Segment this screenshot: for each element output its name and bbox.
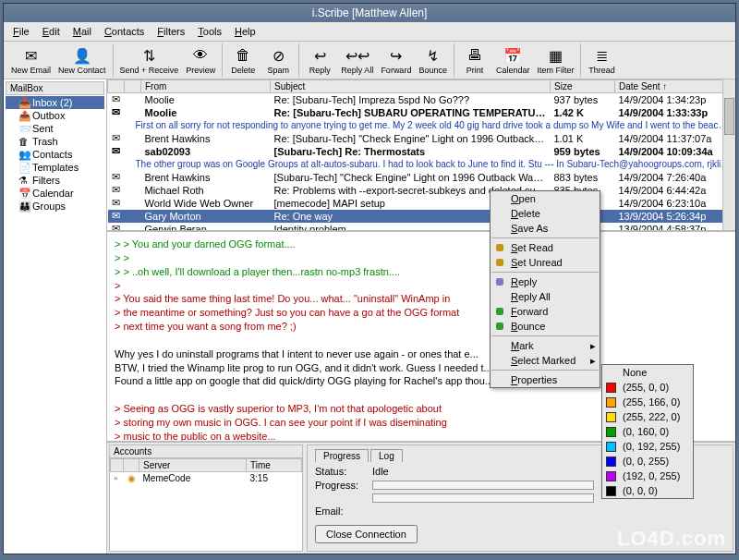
tb-send-receive[interactable]: ⇅Send + Receive xyxy=(116,43,183,77)
titlebar[interactable]: i.Scribe [Matthew Allen] xyxy=(4,4,735,22)
tab-log[interactable]: Log xyxy=(370,449,403,462)
message-list[interactable]: FromSubjectSizeDate Sent ↑✉MoolieRe: [Su… xyxy=(107,79,735,232)
ctx-set-read[interactable]: Set Read xyxy=(491,240,600,255)
folder-filters[interactable]: ⚗Filters xyxy=(6,174,104,187)
account-server: MemeCode xyxy=(139,472,247,485)
ctx-set-unread[interactable]: Set Unread xyxy=(491,255,600,270)
print-icon: 🖶 xyxy=(465,45,485,66)
spam-icon: ⊘ xyxy=(268,45,288,66)
message-row[interactable]: ✉Michael RothRe: Problems with --export-… xyxy=(108,184,735,197)
folder-trash[interactable]: 🗑Trash xyxy=(6,135,104,148)
col-subject[interactable]: Subject xyxy=(271,80,551,93)
color-00a000[interactable]: (0, 160, 0) xyxy=(602,424,693,439)
menu-tools[interactable]: Tools xyxy=(192,24,227,39)
tab-progress[interactable]: Progress xyxy=(315,449,369,462)
progress-bar2 xyxy=(372,493,594,503)
color-c000ff[interactable]: (192, 0, 255) xyxy=(602,469,693,483)
ctx-delete[interactable]: Delete xyxy=(491,206,600,221)
color-000000[interactable]: (0, 0, 0) xyxy=(602,483,693,498)
tb-reply[interactable]: ↩Reply xyxy=(302,43,337,77)
folder-calendar[interactable]: 📅Calendar xyxy=(6,187,104,200)
folder-sent[interactable]: 📨Sent xyxy=(6,122,104,135)
quote-line: > You said the same thing last time! Do … xyxy=(115,292,728,306)
tb-forward[interactable]: ↪Forward xyxy=(377,43,415,77)
message-row[interactable]: ✉MoolieRe: [Subaru-Tech] Impreza 5spd No… xyxy=(108,93,735,106)
folder-inbox[interactable]: 📥Inbox (2) xyxy=(6,96,104,109)
context-menu[interactable]: OpenDeleteSave AsSet ReadSet UnreadReply… xyxy=(490,190,600,388)
accounts-table[interactable]: Server Time ▫ ◉ MemeCode 3:15 xyxy=(110,458,302,484)
col-from[interactable]: From xyxy=(141,80,271,93)
ctx-save-as[interactable]: Save As xyxy=(491,221,600,236)
thread-snippet: First on all sorry for not responding to… xyxy=(108,119,735,132)
accounts-title: Accounts xyxy=(110,445,302,458)
col-server[interactable]: Server xyxy=(139,459,247,472)
color-0000ff[interactable]: (0, 0, 255) xyxy=(602,454,693,469)
color-none[interactable]: None xyxy=(602,365,693,380)
ctx-mark[interactable]: Mark xyxy=(491,338,600,353)
col-date[interactable]: Date Sent ↑ xyxy=(615,80,735,93)
tb-thread[interactable]: ≣Thread xyxy=(584,43,619,77)
menu-help[interactable]: Help xyxy=(229,24,261,39)
folder-outbox[interactable]: 📤Outbox xyxy=(6,109,104,122)
tb-new-contact[interactable]: 👤New Contact xyxy=(55,43,110,77)
menu-mail[interactable]: Mail xyxy=(67,24,97,39)
message-row[interactable]: ✉MoolieRe: [Subaru-Tech] SUBARU OPERATIN… xyxy=(108,106,735,119)
ctx-forward[interactable]: Forward xyxy=(491,304,600,319)
quote-line: > > ..oh well, I'll download a player th… xyxy=(115,265,728,279)
folder-tree[interactable]: 📥Inbox (2)📤Outbox📨Sent🗑Trash👥Contacts📄Te… xyxy=(6,96,104,213)
quote-line: > > You and your darned OGG format.... xyxy=(115,237,728,251)
tb-calendar[interactable]: 📅Calendar xyxy=(492,43,534,77)
thread-snippet: The other group was on Google Groups at … xyxy=(108,158,735,171)
thread-icon: ≣ xyxy=(591,45,612,66)
color-ffa600[interactable]: (255, 166, 0) xyxy=(602,395,693,409)
message-row[interactable]: ✉Brent HawkinsRe: [Subaru-Tech] "Check E… xyxy=(108,132,735,145)
col-size[interactable]: Size xyxy=(551,80,615,93)
ctx-reply-all[interactable]: Reply All xyxy=(491,289,600,304)
scrollbar[interactable] xyxy=(722,79,735,230)
tb-new-email[interactable]: ✉New Email xyxy=(7,43,55,77)
menubar[interactable]: FileEditMailContactsFiltersToolsHelp xyxy=(4,22,735,42)
color-ff0000[interactable]: (255, 0, 0) xyxy=(602,380,693,395)
tb-reply-all[interactable]: ↩↩Reply All xyxy=(337,43,377,77)
ctx-open[interactable]: Open xyxy=(491,191,600,206)
tb-print[interactable]: 🖶Print xyxy=(457,43,492,77)
account-row[interactable]: ▫ ◉ MemeCode 3:15 xyxy=(111,472,302,485)
color-00c0ff[interactable]: (0, 192, 255) xyxy=(602,439,693,454)
tb-bounce[interactable]: ↯Bounce xyxy=(415,43,451,77)
ctx-select-marked[interactable]: Select Marked xyxy=(491,353,600,368)
ctx-properties[interactable]: Properties xyxy=(491,372,600,387)
quote-line: > next time you want a song from me? ;) xyxy=(115,320,728,334)
tb-item-filter[interactable]: ▦Item Filter xyxy=(533,43,577,77)
color-ffde00[interactable]: (255, 222, 0) xyxy=(602,409,693,424)
toolbar: ✉New Email👤New Contact⇅Send + Receive👁Pr… xyxy=(4,42,735,79)
menu-edit[interactable]: Edit xyxy=(37,24,66,39)
ctx-bounce[interactable]: Bounce xyxy=(491,319,600,334)
menu-file[interactable]: File xyxy=(7,24,35,39)
tb-spam[interactable]: ⊘Spam xyxy=(260,43,296,77)
calendar-icon: 📅 xyxy=(503,45,523,66)
tb-delete[interactable]: 🗑Delete xyxy=(225,43,260,77)
message-row[interactable]: ✉Brent Hawkins[Subaru-Tech] "Check Engin… xyxy=(108,171,735,184)
col-time[interactable]: Time xyxy=(247,459,302,472)
close-connection-button[interactable]: Close Connection xyxy=(315,525,418,543)
message-row[interactable]: ✉Gerwin BeranIdentity problem521 bytes13… xyxy=(108,223,735,233)
message-table[interactable]: FromSubjectSizeDate Sent ↑✉MoolieRe: [Su… xyxy=(107,79,735,232)
menu-contacts[interactable]: Contacts xyxy=(99,24,150,39)
folder-templates[interactable]: 📄Templates xyxy=(6,161,104,174)
scroll-thumb[interactable] xyxy=(724,98,734,135)
window-title: i.Scribe [Matthew Allen] xyxy=(11,6,728,19)
message-row[interactable]: ✉Gary MortonRe: One way3.51 K13/9/2004 5… xyxy=(108,210,735,223)
folder-contacts[interactable]: 👥Contacts xyxy=(6,148,104,161)
folder-groups[interactable]: 👪Groups xyxy=(6,200,104,213)
new-email-icon: ✉ xyxy=(21,45,42,66)
sidebar-header: MailBox xyxy=(6,81,104,95)
ctx-reply[interactable]: Reply xyxy=(491,274,600,289)
color-submenu[interactable]: None(255, 0, 0)(255, 166, 0)(255, 222, 0… xyxy=(601,364,694,499)
email-label: Email: xyxy=(315,505,365,517)
menu-filters[interactable]: Filters xyxy=(151,24,190,39)
tb-preview[interactable]: 👁Preview xyxy=(182,43,219,77)
message-row[interactable]: ✉sab02093[Subaru-Tech] Re: Thermostats95… xyxy=(108,145,735,158)
status-label: Status: xyxy=(315,466,365,477)
message-row[interactable]: ✉World Wide Web Owner[memecode] MAPI set… xyxy=(108,197,735,210)
folder-sidebar: MailBox 📥Inbox (2)📤Outbox📨Sent🗑Trash👥Con… xyxy=(4,79,107,554)
